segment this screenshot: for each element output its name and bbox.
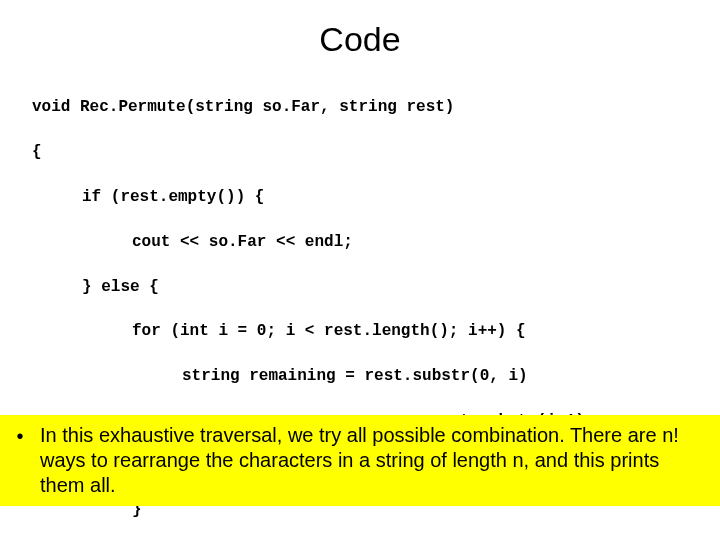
bullet-text: In this exhaustive traversal, we try all… [40, 423, 712, 498]
code-line: if (rest.empty()) { [32, 186, 720, 208]
code-line: { [32, 141, 720, 163]
code-line: cout << so.Far << endl; [32, 231, 720, 253]
code-line: } else { [32, 276, 720, 298]
bullet-row: • In this exhaustive traversal, we try a… [0, 415, 720, 506]
bullet-marker: • [0, 423, 40, 449]
code-line: void Rec.Permute(string so.Far, string r… [32, 96, 720, 118]
code-line: for (int i = 0; i < rest.length(); i++) … [32, 320, 720, 342]
code-line: string remaining = rest.substr(0, i) [32, 365, 720, 387]
slide-title: Code [0, 0, 720, 74]
